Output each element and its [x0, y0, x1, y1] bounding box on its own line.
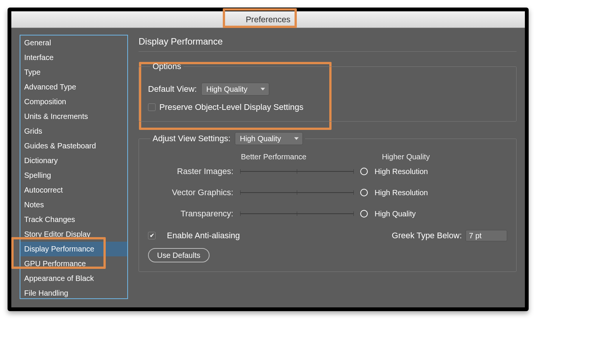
sidebar-item-type[interactable]: Type [20, 65, 127, 80]
greek-wrap: Greek Type Below: 7 pt [392, 230, 507, 241]
anti-alias-label: Enable Anti-aliasing [167, 231, 240, 241]
vector-thumb-icon[interactable] [360, 189, 368, 196]
sidebar-item-interface[interactable]: Interface [20, 50, 127, 65]
window-title: Preferences [246, 15, 291, 25]
panel: Display Performance Options Default View… [128, 35, 517, 307]
dialog-body: General Interface Type Advanced Type Com… [11, 28, 525, 307]
raster-slider[interactable] [240, 171, 353, 172]
greek-input[interactable]: 7 pt [466, 230, 507, 241]
adjust-view-select[interactable]: High Quality [235, 132, 303, 145]
better-performance-label: Better Performance [241, 153, 306, 161]
options-group: Options Default View: High Quality Prese… [139, 62, 517, 122]
adjust-group: Adjust View Settings: High Quality Bette… [139, 132, 517, 272]
sidebar-item-file-handling[interactable]: File Handling [20, 286, 127, 299]
sidebar-item-story-editor-display[interactable]: Story Editor Display [20, 227, 127, 242]
raster-value: High Resolution [375, 167, 428, 176]
transparency-row: Transparency: High Quality [148, 209, 507, 219]
anti-alias-checkbox[interactable] [148, 232, 156, 239]
sidebar-item-gpu-performance[interactable]: GPU Performance [20, 256, 127, 271]
default-view-select[interactable]: High Quality [201, 83, 269, 96]
sidebar-item-composition[interactable]: Composition [20, 94, 127, 109]
transparency-label: Transparency: [148, 209, 233, 219]
raster-thumb-icon[interactable] [360, 168, 368, 175]
vector-label: Vector Graphics: [148, 188, 233, 197]
sidebar-item-appearance-of-black[interactable]: Appearance of Black [20, 271, 127, 286]
use-defaults-button[interactable]: Use Defaults [148, 248, 210, 262]
sidebar-item-general[interactable]: General [20, 35, 127, 50]
panel-title: Display Performance [139, 35, 517, 52]
sidebar-item-guides-pasteboard[interactable]: Guides & Pasteboard [20, 139, 127, 153]
bottom-row: Enable Anti-aliasing Greek Type Below: 7… [148, 230, 507, 241]
preserve-row: Preserve Object-Level Display Settings [148, 102, 507, 112]
raster-label: Raster Images: [148, 167, 233, 176]
sidebar-item-grids[interactable]: Grids [20, 124, 127, 139]
sidebar-item-track-changes[interactable]: Track Changes [20, 212, 127, 227]
adjust-legend: Adjust View Settings: High Quality [150, 132, 305, 145]
higher-quality-label: Higher Quality [382, 153, 430, 161]
default-view-label: Default View: [148, 84, 197, 94]
sidebar-item-advanced-type[interactable]: Advanced Type [20, 80, 127, 94]
options-legend: Options [150, 62, 184, 71]
transparency-thumb-icon[interactable] [360, 210, 368, 217]
sidebar-item-notes[interactable]: Notes [20, 197, 127, 212]
raster-row: Raster Images: High Resolution [148, 167, 507, 176]
sidebar-item-display-performance[interactable]: Display Performance [20, 242, 127, 256]
sidebar-item-spelling[interactable]: Spelling [20, 168, 127, 183]
sidebar-item-autocorrect[interactable]: Autocorrect [20, 183, 127, 197]
preserve-checkbox[interactable] [148, 103, 156, 111]
transparency-value: High Quality [375, 210, 416, 218]
transparency-slider[interactable] [240, 213, 353, 214]
preferences-window: Preferences General Interface Type Advan… [8, 8, 529, 311]
default-view-row: Default View: High Quality [148, 83, 507, 96]
sidebar-item-units-increments[interactable]: Units & Increments [20, 109, 127, 124]
vector-value: High Resolution [375, 188, 428, 197]
vector-slider[interactable] [240, 192, 353, 193]
greek-label: Greek Type Below: [392, 231, 462, 241]
sidebar-item-dictionary[interactable]: Dictionary [20, 153, 127, 168]
titlebar: Preferences [11, 11, 525, 28]
slider-scale-labels: Better Performance Higher Quality [148, 153, 507, 161]
vector-row: Vector Graphics: High Resolution [148, 188, 507, 197]
adjust-legend-label: Adjust View Settings: [153, 134, 230, 143]
preserve-label: Preserve Object-Level Display Settings [159, 102, 304, 112]
category-list: General Interface Type Advanced Type Com… [20, 35, 128, 299]
